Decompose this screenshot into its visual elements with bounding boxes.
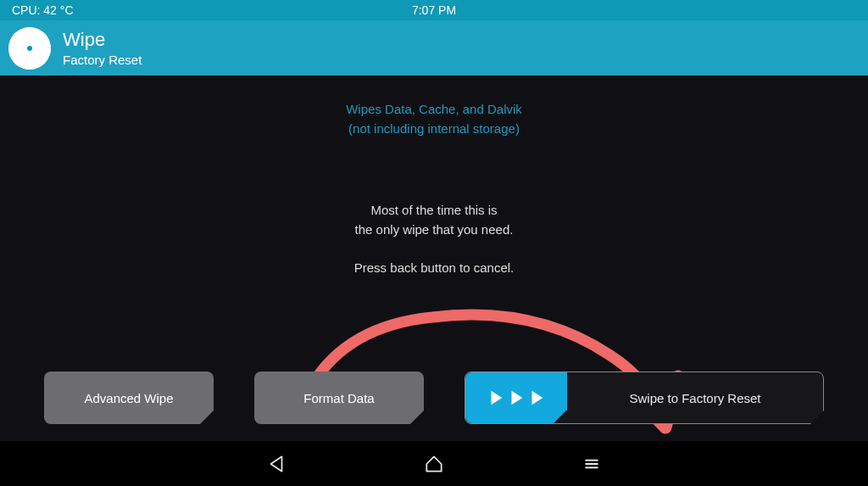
play-icon [507, 388, 526, 407]
info-line-3: Most of the time this is [0, 200, 868, 220]
page-title: Wipe [63, 29, 142, 51]
menu-icon [581, 453, 603, 475]
back-icon [265, 453, 287, 475]
svg-point-1 [27, 46, 32, 51]
content-area: Wipes Data, Cache, and Dalvik (not inclu… [0, 75, 868, 441]
clock: 7:07 PM [412, 3, 456, 17]
title-block: Wipe Factory Reset [63, 29, 142, 67]
swipe-label: Swipe to Factory Reset [567, 391, 823, 405]
twrp-logo-icon [8, 27, 51, 70]
menu-button[interactable] [581, 453, 603, 475]
advanced-wipe-button[interactable]: Advanced Wipe [44, 371, 214, 424]
slider-handle[interactable] [465, 372, 567, 423]
buttons-row: Advanced Wipe Format Data Swipe to Facto… [0, 371, 868, 424]
info-line-1: Wipes Data, Cache, and Dalvik [0, 99, 868, 119]
nav-bar [0, 441, 868, 486]
format-data-label: Format Data [303, 391, 374, 405]
format-data-button[interactable]: Format Data [254, 371, 424, 424]
title-bar: Wipe Factory Reset [0, 20, 868, 75]
back-button[interactable] [265, 453, 287, 475]
advanced-wipe-label: Advanced Wipe [84, 391, 173, 405]
page-subtitle: Factory Reset [63, 53, 142, 67]
swipe-factory-reset-slider[interactable]: Swipe to Factory Reset [465, 371, 824, 424]
play-icon [527, 388, 546, 407]
status-bar: CPU: 42 °C 7:07 PM [0, 0, 868, 20]
home-button[interactable] [423, 453, 445, 475]
cpu-temp: CPU: 42 °C [12, 3, 74, 17]
play-icon [487, 388, 505, 407]
home-icon [423, 453, 445, 475]
info-line-4: the only wipe that you need. [0, 220, 868, 239]
info-line-2: (not including internal storage) [0, 119, 868, 138]
info-cancel: Press back button to cancel. [0, 258, 868, 277]
